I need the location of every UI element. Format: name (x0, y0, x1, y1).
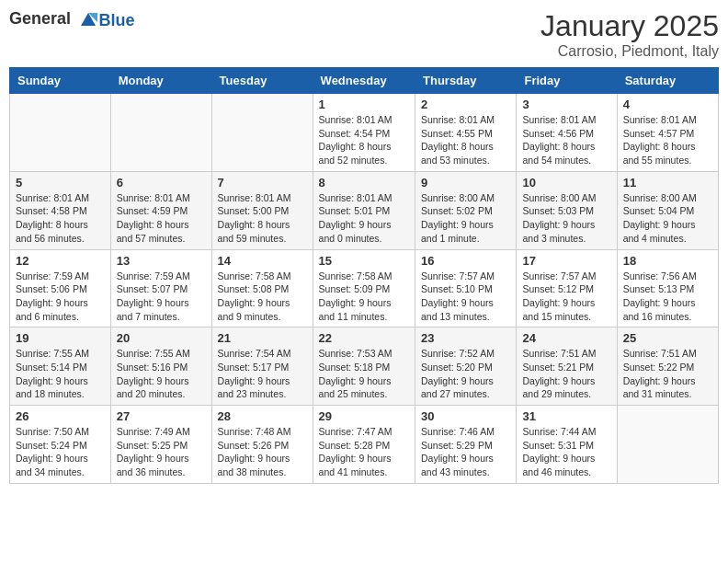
calendar-cell: 13Sunrise: 7:59 AM Sunset: 5:07 PM Dayli… (110, 249, 211, 327)
day-info: Sunrise: 7:54 AM Sunset: 5:17 PM Dayligh… (218, 347, 307, 401)
calendar-cell: 18Sunrise: 7:56 AM Sunset: 5:13 PM Dayli… (617, 249, 718, 327)
calendar-week-row: 19Sunrise: 7:55 AM Sunset: 5:14 PM Dayli… (10, 327, 719, 406)
calendar-cell: 4Sunrise: 8:01 AM Sunset: 4:57 PM Daylig… (617, 94, 718, 172)
weekday-header: Wednesday (313, 68, 415, 94)
day-number: 2 (421, 98, 510, 111)
day-info: Sunrise: 8:01 AM Sunset: 4:57 PM Dayligh… (623, 113, 712, 167)
calendar-week-row: 5Sunrise: 8:01 AM Sunset: 4:58 PM Daylig… (10, 171, 719, 249)
day-info: Sunrise: 7:49 AM Sunset: 5:25 PM Dayligh… (117, 425, 206, 479)
page-header: General Blue January 2025 Carrosio, Pied… (9, 9, 719, 60)
day-number: 30 (421, 409, 510, 423)
calendar-cell: 20Sunrise: 7:55 AM Sunset: 5:16 PM Dayli… (110, 327, 211, 406)
calendar-cell: 14Sunrise: 7:58 AM Sunset: 5:08 PM Dayli… (211, 249, 313, 327)
day-number: 10 (522, 176, 610, 190)
day-number: 21 (218, 331, 307, 345)
day-number: 6 (117, 176, 206, 190)
day-number: 3 (522, 98, 610, 111)
day-number: 19 (16, 331, 105, 345)
day-info: Sunrise: 7:48 AM Sunset: 5:26 PM Dayligh… (218, 425, 307, 479)
calendar-cell: 16Sunrise: 7:57 AM Sunset: 5:10 PM Dayli… (415, 249, 517, 327)
day-info: Sunrise: 7:52 AM Sunset: 5:20 PM Dayligh… (421, 347, 510, 401)
day-number: 25 (623, 331, 712, 345)
day-number: 8 (319, 176, 409, 190)
calendar-cell: 27Sunrise: 7:49 AM Sunset: 5:25 PM Dayli… (110, 406, 211, 484)
day-info: Sunrise: 7:44 AM Sunset: 5:31 PM Dayligh… (522, 425, 610, 479)
day-number: 4 (623, 98, 712, 111)
day-number: 14 (218, 254, 307, 268)
day-info: Sunrise: 7:47 AM Sunset: 5:28 PM Dayligh… (319, 425, 409, 479)
day-number: 22 (319, 331, 409, 345)
day-info: Sunrise: 7:59 AM Sunset: 5:07 PM Dayligh… (117, 270, 206, 324)
calendar-cell: 3Sunrise: 8:01 AM Sunset: 4:56 PM Daylig… (517, 94, 617, 172)
day-info: Sunrise: 8:01 AM Sunset: 4:59 PM Dayligh… (117, 191, 206, 246)
day-info: Sunrise: 7:56 AM Sunset: 5:13 PM Dayligh… (623, 270, 712, 324)
calendar-cell (211, 94, 313, 172)
day-info: Sunrise: 8:01 AM Sunset: 4:56 PM Dayligh… (522, 113, 610, 167)
calendar-cell: 31Sunrise: 7:44 AM Sunset: 5:31 PM Dayli… (517, 406, 617, 484)
calendar-week-row: 12Sunrise: 7:59 AM Sunset: 5:06 PM Dayli… (10, 249, 719, 327)
month-title: January 2025 (540, 9, 719, 43)
weekday-header: Friday (517, 68, 617, 94)
day-number: 17 (522, 254, 610, 268)
day-info: Sunrise: 7:58 AM Sunset: 5:09 PM Dayligh… (319, 270, 409, 324)
day-number: 27 (117, 409, 206, 423)
day-number: 20 (117, 331, 206, 345)
calendar-cell: 17Sunrise: 7:57 AM Sunset: 5:12 PM Dayli… (517, 249, 617, 327)
day-number: 5 (16, 176, 105, 190)
calendar-cell: 29Sunrise: 7:47 AM Sunset: 5:28 PM Dayli… (313, 406, 415, 484)
day-number: 15 (319, 254, 409, 268)
day-info: Sunrise: 7:55 AM Sunset: 5:14 PM Dayligh… (16, 347, 105, 401)
calendar-week-row: 26Sunrise: 7:50 AM Sunset: 5:24 PM Dayli… (10, 406, 719, 484)
calendar-week-row: 1Sunrise: 8:01 AM Sunset: 4:54 PM Daylig… (10, 94, 719, 172)
day-info: Sunrise: 7:55 AM Sunset: 5:16 PM Dayligh… (117, 347, 206, 401)
day-info: Sunrise: 8:01 AM Sunset: 4:55 PM Dayligh… (421, 113, 510, 167)
calendar-cell: 2Sunrise: 8:01 AM Sunset: 4:55 PM Daylig… (415, 94, 517, 172)
weekday-header: Monday (110, 68, 211, 94)
calendar-cell: 25Sunrise: 7:51 AM Sunset: 5:22 PM Dayli… (617, 327, 718, 406)
calendar-cell: 30Sunrise: 7:46 AM Sunset: 5:29 PM Dayli… (415, 406, 517, 484)
day-info: Sunrise: 7:50 AM Sunset: 5:24 PM Dayligh… (16, 425, 105, 479)
day-number: 1 (319, 98, 409, 111)
day-info: Sunrise: 8:01 AM Sunset: 5:01 PM Dayligh… (319, 191, 409, 246)
calendar-cell: 10Sunrise: 8:00 AM Sunset: 5:03 PM Dayli… (517, 171, 617, 249)
day-info: Sunrise: 8:01 AM Sunset: 4:54 PM Dayligh… (319, 113, 409, 167)
day-info: Sunrise: 7:53 AM Sunset: 5:18 PM Dayligh… (319, 347, 409, 401)
day-info: Sunrise: 7:58 AM Sunset: 5:08 PM Dayligh… (218, 270, 307, 324)
day-number: 9 (421, 176, 510, 190)
location-title: Carrosio, Piedmont, Italy (540, 43, 719, 60)
day-info: Sunrise: 7:57 AM Sunset: 5:10 PM Dayligh… (421, 270, 510, 324)
day-info: Sunrise: 7:57 AM Sunset: 5:12 PM Dayligh… (522, 270, 610, 324)
calendar-cell: 21Sunrise: 7:54 AM Sunset: 5:17 PM Dayli… (211, 327, 313, 406)
calendar-cell: 8Sunrise: 8:01 AM Sunset: 5:01 PM Daylig… (313, 171, 415, 249)
calendar-table: SundayMondayTuesdayWednesdayThursdayFrid… (9, 67, 719, 484)
day-info: Sunrise: 8:00 AM Sunset: 5:02 PM Dayligh… (421, 191, 510, 246)
calendar-cell: 15Sunrise: 7:58 AM Sunset: 5:09 PM Dayli… (313, 249, 415, 327)
calendar-cell (10, 94, 111, 172)
title-section: January 2025 Carrosio, Piedmont, Italy (540, 9, 719, 60)
calendar-cell: 12Sunrise: 7:59 AM Sunset: 5:06 PM Dayli… (10, 249, 111, 327)
day-number: 29 (319, 409, 409, 423)
calendar-cell: 24Sunrise: 7:51 AM Sunset: 5:21 PM Dayli… (517, 327, 617, 406)
weekday-header: Thursday (415, 68, 517, 94)
day-info: Sunrise: 8:01 AM Sunset: 4:58 PM Dayligh… (16, 191, 105, 246)
weekday-header: Tuesday (211, 68, 313, 94)
calendar-cell: 28Sunrise: 7:48 AM Sunset: 5:26 PM Dayli… (211, 406, 313, 484)
day-number: 16 (421, 254, 510, 268)
calendar-cell: 9Sunrise: 8:00 AM Sunset: 5:02 PM Daylig… (415, 171, 517, 249)
calendar-cell: 22Sunrise: 7:53 AM Sunset: 5:18 PM Dayli… (313, 327, 415, 406)
weekday-header: Sunday (10, 68, 111, 94)
calendar-cell: 11Sunrise: 8:00 AM Sunset: 5:04 PM Dayli… (617, 171, 718, 249)
day-number: 18 (623, 254, 712, 268)
logo-icon (77, 9, 99, 31)
day-number: 12 (16, 254, 105, 268)
calendar-cell: 5Sunrise: 8:01 AM Sunset: 4:58 PM Daylig… (10, 171, 111, 249)
day-number: 23 (421, 331, 510, 345)
day-info: Sunrise: 7:59 AM Sunset: 5:06 PM Dayligh… (16, 270, 105, 324)
calendar-cell: 7Sunrise: 8:01 AM Sunset: 5:00 PM Daylig… (211, 171, 313, 249)
weekday-header: Saturday (617, 68, 718, 94)
day-number: 31 (522, 409, 610, 423)
day-number: 7 (218, 176, 307, 190)
logo-general: General (9, 9, 71, 28)
day-number: 24 (522, 331, 610, 345)
calendar-cell (110, 94, 211, 172)
